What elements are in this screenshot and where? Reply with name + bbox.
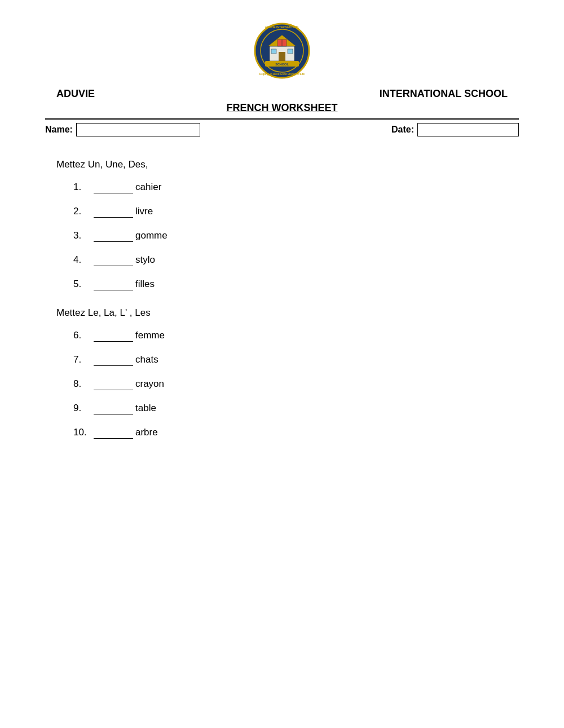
item-word: femme <box>135 330 165 341</box>
item-number: 2. <box>73 206 91 217</box>
item-number: 6. <box>73 330 91 341</box>
page-header: ADUVIE INTERNATIONAL Helping To Build Go… <box>45 23 519 136</box>
list-item: 2. livre <box>73 206 519 218</box>
svg-text:ADUVIE INTERNATIONAL: ADUVIE INTERNATIONAL <box>265 25 299 29</box>
date-label: Date: <box>391 125 414 135</box>
answer-blank <box>94 427 133 439</box>
list-item: 4. stylo <box>73 254 519 266</box>
svg-rect-5 <box>271 49 276 54</box>
section2-list: 6. femme 7. chats 8. crayon 9. table 10.… <box>56 330 519 439</box>
svg-rect-6 <box>288 49 293 54</box>
list-item: 10. arbre <box>73 427 519 439</box>
item-number: 5. <box>73 279 91 290</box>
item-number: 4. <box>73 254 91 266</box>
item-number: 8. <box>73 378 91 390</box>
section1-instruction: Mettez Un, Une, Des, <box>56 159 519 170</box>
item-number: 7. <box>73 354 91 365</box>
svg-text:Helping To Build Good Blocks O: Helping To Build Good Blocks Of Life <box>259 73 305 76</box>
list-item: 8. crayon <box>73 378 519 390</box>
date-section: Date: <box>391 123 519 136</box>
answer-blank <box>94 254 133 266</box>
name-date-row: Name: Date: <box>45 118 519 136</box>
item-word: crayon <box>135 378 164 390</box>
list-item: 5. filles <box>73 279 519 290</box>
section2-instruction: Mettez Le, La, L' , Les <box>56 307 519 319</box>
item-word: cahier <box>135 182 161 193</box>
item-word: gomme <box>135 230 168 241</box>
answer-blank <box>94 182 133 193</box>
item-word: chats <box>135 354 158 365</box>
list-item: 3. gomme <box>73 230 519 242</box>
item-word: livre <box>135 206 153 217</box>
item-word: filles <box>135 279 155 290</box>
list-item: 1. cahier <box>73 182 519 193</box>
item-number: 10. <box>73 427 91 438</box>
answer-blank <box>94 354 133 366</box>
date-input[interactable] <box>417 123 519 136</box>
list-item: 9. table <box>73 403 519 414</box>
worksheet-title: FRENCH WORKSHEET <box>227 102 338 114</box>
school-name-left: ADUVIE <box>56 88 95 100</box>
item-word: table <box>135 403 156 414</box>
item-number: 1. <box>73 182 91 193</box>
item-word: arbre <box>135 427 158 438</box>
school-logo: ADUVIE INTERNATIONAL Helping To Build Go… <box>254 23 310 81</box>
section1-list: 1. cahier 2. livre 3. gomme 4. stylo 5. … <box>56 182 519 290</box>
list-item: 7. chats <box>73 354 519 366</box>
svg-text:SCHOOL: SCHOOL <box>275 63 289 66</box>
name-input[interactable] <box>76 123 200 136</box>
svg-rect-4 <box>279 52 285 61</box>
item-number: 3. <box>73 230 91 241</box>
answer-blank <box>94 330 133 342</box>
answer-blank <box>94 403 133 414</box>
school-name-right: INTERNATIONAL SCHOOL <box>380 88 508 100</box>
answer-blank <box>94 230 133 242</box>
answer-blank <box>94 206 133 218</box>
content-area: Mettez Un, Une, Des, 1. cahier 2. livre … <box>45 159 519 439</box>
answer-blank <box>94 279 133 290</box>
name-label: Name: <box>45 125 73 135</box>
school-name-row: ADUVIE INTERNATIONAL SCHOOL <box>45 88 519 100</box>
item-word: stylo <box>135 254 155 266</box>
item-number: 9. <box>73 403 91 414</box>
list-item: 6. femme <box>73 330 519 342</box>
answer-blank <box>94 378 133 390</box>
name-section: Name: <box>45 123 200 136</box>
